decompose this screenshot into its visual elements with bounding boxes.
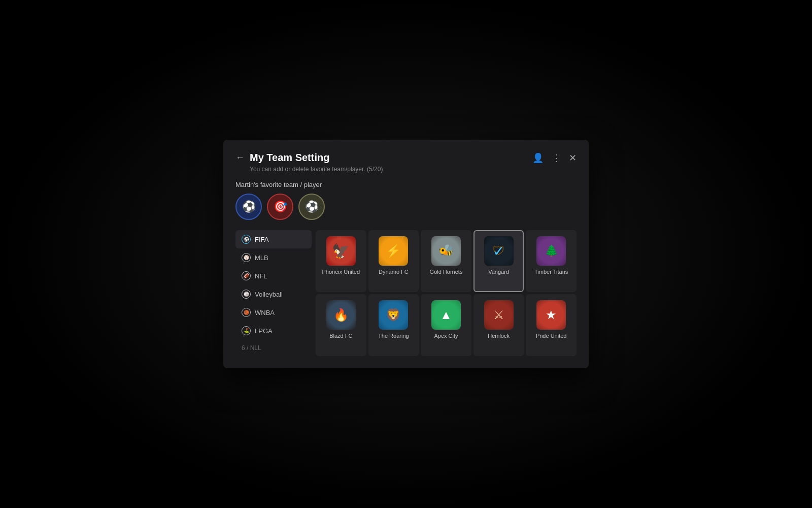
sidebar-item-fifa[interactable]: ⚽ FIFA xyxy=(235,230,312,248)
team-name-hemlock: Hemlock xyxy=(488,333,510,339)
team-logo-apex-city: ▲ xyxy=(431,300,461,330)
wnba-icon: 🏀 xyxy=(242,308,251,317)
team-name-dynamo-fc: Dynamo FC xyxy=(379,269,409,275)
team-logo-dynamo-fc: ⚡ xyxy=(379,236,408,266)
team-card-vangard[interactable]: 🛡 ✓ Vangard xyxy=(473,230,524,292)
favorite-item-1[interactable]: 🎯 xyxy=(267,194,293,220)
team-card-timber-titans[interactable]: 🌲 Timber Titans xyxy=(526,230,577,292)
fifa-icon: ⚽ xyxy=(242,235,251,244)
sports-sidebar: ⚽ FIFA ⚾ MLB 🏈 NFL 🏐 Volleyball 🏀 WNBA ⛳ xyxy=(235,230,312,356)
sidebar-label-volleyball: Volleyball xyxy=(255,291,283,298)
team-name-apex-city: Apex City xyxy=(434,333,458,339)
team-card-pride-united[interactable]: ★ Pride United xyxy=(526,294,577,356)
sidebar-label-wnba: WNBA xyxy=(255,309,275,316)
team-logo-hemlock: ⚔ xyxy=(484,300,514,330)
team-logo-pride-united: ★ xyxy=(536,300,566,330)
team-name-vangard: Vangard xyxy=(488,269,509,275)
team-card-the-roaring[interactable]: 🦁 The Roaring xyxy=(368,294,419,356)
sidebar-item-wnba[interactable]: 🏀 WNBA xyxy=(235,303,312,322)
favorites-row: ⚽ 🎯 ⚽ xyxy=(235,194,577,220)
more-menu-icon[interactable]: ⋮ xyxy=(552,152,561,164)
header-right: 👤 ⋮ ✕ xyxy=(532,152,577,164)
team-logo-timber-titans: 🌲 xyxy=(536,236,566,266)
close-icon[interactable]: ✕ xyxy=(569,152,577,164)
sidebar-item-nfl[interactable]: 🏈 NFL xyxy=(235,267,312,285)
team-name-phoenix-united: Phoneix United xyxy=(322,269,360,275)
team-logo-the-roaring: 🦁 xyxy=(379,300,408,330)
favorite-item-2[interactable]: ⚽ xyxy=(298,194,325,220)
team-logo-phoenix-united: 🦅 xyxy=(326,236,356,266)
subtitle-text: You can add or delete favorite team/play… xyxy=(250,166,577,173)
sidebar-label-fifa: FIFA xyxy=(255,236,268,243)
team-logo-gold-hornets: 🐝 xyxy=(431,236,461,266)
dialog-header: ← My Team Setting 👤 ⋮ ✕ xyxy=(235,152,577,164)
team-card-hemlock[interactable]: ⚔ Hemlock xyxy=(473,294,524,356)
team-card-blazd-fc[interactable]: 🔥 Blazd FC xyxy=(316,294,366,356)
team-name-the-roaring: The Roaring xyxy=(378,333,409,339)
sidebar-label-lpga: LPGA xyxy=(255,327,273,335)
selected-checkmark: ✓ xyxy=(484,236,514,266)
header-left: ← My Team Setting xyxy=(235,152,329,164)
team-name-gold-hornets: Gold Hornets xyxy=(430,269,463,275)
dialog-title: My Team Setting xyxy=(250,152,329,164)
back-button[interactable]: ← xyxy=(235,152,245,163)
team-card-phoenix-united[interactable]: 🦅 Phoneix United xyxy=(316,230,366,292)
sidebar-item-volleyball[interactable]: 🏐 Volleyball xyxy=(235,285,312,303)
favorite-item-0[interactable]: ⚽ xyxy=(235,194,262,220)
team-card-gold-hornets[interactable]: 🐝 Gold Hornets xyxy=(421,230,471,292)
my-team-setting-dialog: ← My Team Setting 👤 ⋮ ✕ You can add or d… xyxy=(223,140,589,368)
sidebar-item-mlb[interactable]: ⚾ MLB xyxy=(235,248,312,267)
team-logo-blazd-fc: 🔥 xyxy=(326,300,356,330)
main-content: ⚽ FIFA ⚾ MLB 🏈 NFL 🏐 Volleyball 🏀 WNBA ⛳ xyxy=(235,230,577,356)
team-logo-vangard: 🛡 ✓ xyxy=(484,236,514,266)
nfl-icon: 🏈 xyxy=(242,271,251,280)
profile-icon[interactable]: 👤 xyxy=(532,152,544,164)
sidebar-label-mlb: MLB xyxy=(255,254,268,262)
lpga-icon: ⛳ xyxy=(242,326,251,335)
team-name-pride-united: Pride United xyxy=(536,333,567,339)
team-name-blazd-fc: Blazd FC xyxy=(329,333,352,339)
mlb-icon: ⚾ xyxy=(242,253,251,262)
team-card-apex-city[interactable]: ▲ Apex City xyxy=(421,294,471,356)
team-card-dynamo-fc[interactable]: ⚡ Dynamo FC xyxy=(368,230,419,292)
sidebar-item-lpga[interactable]: ⛳ LPGA xyxy=(235,322,312,340)
team-name-timber-titans: Timber Titans xyxy=(534,269,568,275)
volleyball-icon: 🏐 xyxy=(242,290,251,299)
sidebar-more: 6 / NLL xyxy=(235,340,312,356)
teams-grid: 🦅 Phoneix United ⚡ Dynamo FC 🐝 Gold Horn… xyxy=(312,230,577,356)
favorites-section-label: Martin's favorite team / player xyxy=(235,181,577,188)
sidebar-label-nfl: NFL xyxy=(255,272,267,280)
